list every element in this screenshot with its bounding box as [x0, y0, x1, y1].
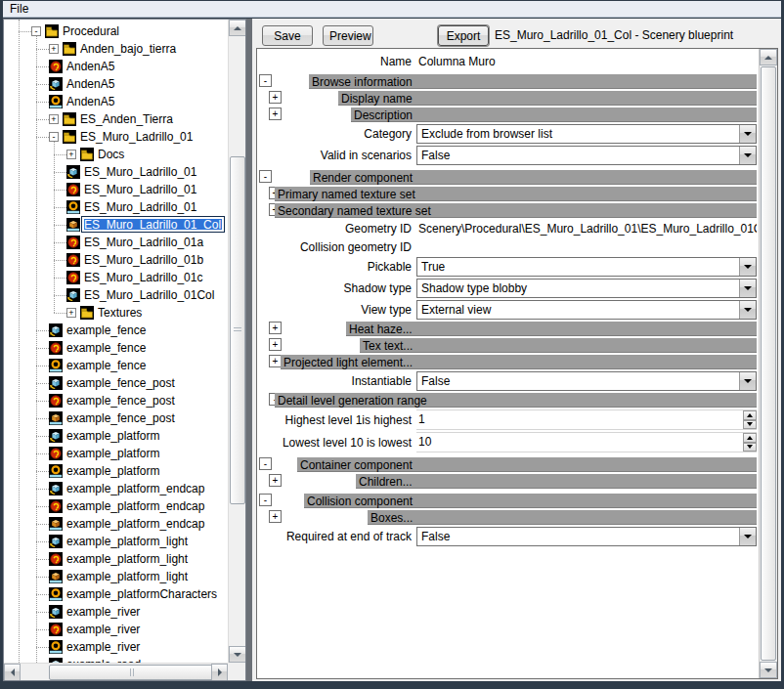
tree-item[interactable]: example_river [4, 621, 228, 638]
tree-item[interactable]: ES_Muro_Ladrillo_01_Col [4, 216, 228, 234]
dropdown-arrow-button[interactable] [739, 528, 756, 545]
tree-item[interactable]: example_fence_post [4, 392, 228, 409]
tree-item[interactable]: example_platform [4, 462, 228, 480]
scroll-up-button[interactable] [229, 20, 246, 36]
expand-expander[interactable]: + [66, 150, 76, 159]
tree-item[interactable]: ES_Muro_Ladrillo_01a [4, 234, 228, 251]
dropdown-arrow-button[interactable] [739, 301, 756, 319]
section-header-bar[interactable]: Display name [338, 91, 757, 106]
expand-expander[interactable]: + [49, 114, 59, 124]
tree-item[interactable]: +Textures [4, 304, 228, 322]
tree-item[interactable]: example_fence [4, 339, 228, 357]
property-section-header[interactable]: +Boxes... [257, 510, 759, 525]
property-section-header[interactable]: -Container component [257, 457, 759, 472]
scroll-up-button[interactable] [760, 49, 777, 65]
collapse-button[interactable]: - [259, 170, 272, 183]
tree-horizontal-scrollbar[interactable] [4, 663, 228, 680]
property-section-header[interactable]: +Description [257, 108, 759, 122]
expand-button[interactable]: + [269, 322, 282, 334]
spin-up-button[interactable] [743, 433, 757, 443]
property-section-header[interactable]: +Secondary named texture set [257, 203, 759, 218]
property-section-header[interactable]: +Primary named texture set [257, 187, 759, 201]
menu-item-file[interactable]: File [10, 2, 28, 16]
dropdown-select[interactable]: False [416, 146, 757, 165]
tree-item[interactable]: example_platformCharacters [4, 585, 228, 603]
grid-vscroll-thumb[interactable] [761, 66, 776, 661]
collapse-expander[interactable]: - [49, 132, 59, 142]
dropdown-select[interactable]: True [416, 257, 757, 277]
section-header-bar[interactable]: Description [351, 108, 757, 122]
tree-vertical-scrollbar[interactable] [228, 20, 245, 663]
spin-down-button[interactable] [743, 443, 757, 452]
number-spinner[interactable]: 10 [416, 432, 757, 452]
tree-vscroll-thumb[interactable] [230, 156, 245, 504]
property-section-header[interactable]: +Children... [257, 474, 759, 489]
section-header-bar[interactable]: Boxes... [368, 510, 757, 525]
tree-item[interactable]: example_platform [4, 445, 228, 462]
dropdown-select[interactable]: False [416, 371, 757, 391]
collapse-button[interactable]: - [259, 74, 272, 87]
scroll-down-button[interactable] [760, 662, 777, 678]
tree-item[interactable]: example_fence [4, 322, 228, 339]
tree-item[interactable]: ES_Muro_Ladrillo_01 [4, 198, 228, 216]
scroll-left-button[interactable] [4, 664, 21, 681]
tree-item[interactable]: example_platform [4, 427, 228, 445]
section-header-bar[interactable]: Browse information [309, 74, 757, 89]
property-section-header[interactable]: -Browse information [257, 74, 759, 89]
collapse-button[interactable]: - [259, 494, 272, 506]
collapse-button[interactable]: - [259, 457, 272, 470]
property-section-header[interactable]: -Detail level generation range [257, 393, 759, 408]
tree-item[interactable]: +Anden_bajo_tierra [4, 40, 228, 58]
text-field[interactable]: Columna Muro [416, 55, 757, 68]
tree-item[interactable]: AndenA5 [4, 75, 228, 93]
dropdown-select[interactable]: False [416, 527, 757, 546]
property-section-header[interactable]: +Display name [257, 91, 759, 106]
expand-expander[interactable]: + [66, 308, 76, 318]
section-header-bar[interactable]: Primary named texture set [275, 187, 757, 201]
grid-vertical-scrollbar[interactable] [760, 49, 777, 678]
expand-button[interactable]: + [269, 338, 282, 351]
tree-item[interactable]: example_platform_endcap [4, 480, 228, 497]
tree-item[interactable]: example_platform_light [4, 533, 228, 550]
scroll-right-button[interactable] [211, 664, 228, 681]
property-section-header[interactable]: -Render component [257, 170, 759, 185]
tree-item[interactable]: example_river [4, 603, 228, 621]
tree-item[interactable]: example_river [4, 638, 228, 656]
tree-item[interactable]: example_platform_endcap [4, 515, 228, 533]
expand-button[interactable]: + [269, 474, 282, 487]
tree-item[interactable]: ES_Muro_Ladrillo_01c [4, 269, 228, 286]
section-header-bar[interactable]: Secondary named texture set [275, 203, 757, 218]
dropdown-arrow-button[interactable] [739, 258, 756, 276]
tree-item[interactable]: example_road [4, 656, 228, 663]
section-header-bar[interactable]: Container component [297, 457, 757, 472]
preview-button[interactable]: Preview [323, 25, 373, 46]
tree-item[interactable]: example_fence_post [4, 409, 228, 427]
tree-item[interactable]: AndenA5 [4, 93, 228, 110]
tree-item[interactable]: AndenA5 [4, 58, 228, 75]
tree-item[interactable]: example_platform_light [4, 550, 228, 568]
dropdown-arrow-button[interactable] [739, 372, 756, 390]
section-header-bar[interactable]: Detail level generation range [275, 393, 757, 408]
scroll-down-button[interactable] [229, 646, 246, 663]
spin-down-button[interactable] [743, 420, 757, 430]
property-section-header[interactable]: -Collision component [257, 494, 759, 508]
section-header-bar[interactable]: Collision component [304, 494, 757, 508]
tree-item[interactable]: example_fence_post [4, 374, 228, 392]
tree-item[interactable]: example_platform_endcap [4, 497, 228, 515]
tree-item[interactable]: -ES_Muro_Ladrillo_01 [4, 128, 228, 146]
tree-item[interactable]: example_fence [4, 357, 228, 374]
dropdown-arrow-button[interactable] [739, 280, 756, 297]
tree-item[interactable]: ES_Muro_Ladrillo_01Col [4, 286, 228, 304]
tree-item[interactable]: -Procedural [4, 22, 228, 40]
text-field[interactable]: Scenery\Procedural\ES_Muro_Ladrillo_01\E… [416, 222, 757, 236]
property-section-header[interactable]: +Heat haze... [257, 322, 759, 336]
tree-item[interactable]: +Docs [4, 146, 228, 163]
section-header-bar[interactable]: Projected light element... [281, 355, 757, 369]
collapse-expander[interactable]: - [31, 26, 41, 36]
tree-item[interactable]: ES_Muro_Ladrillo_01 [4, 181, 228, 198]
dropdown-arrow-button[interactable] [739, 147, 756, 164]
tree-item[interactable]: example_platform_light [4, 568, 228, 585]
expand-button[interactable]: + [269, 108, 282, 120]
property-section-header[interactable]: +Tex text... [257, 338, 759, 353]
save-button[interactable]: Save [262, 25, 313, 46]
